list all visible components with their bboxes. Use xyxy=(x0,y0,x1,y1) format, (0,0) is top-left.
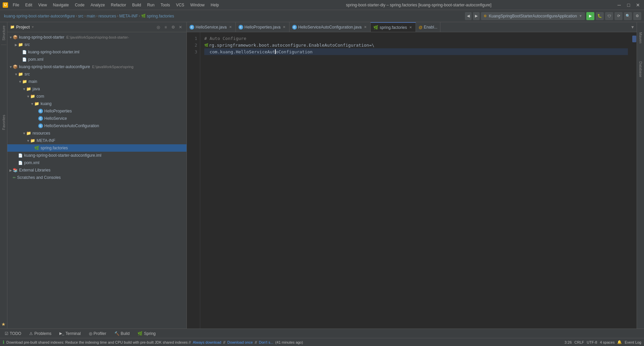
arrow-icon: ▼ xyxy=(14,72,18,76)
menu-analyze[interactable]: Analyze xyxy=(88,2,108,8)
database-tab[interactable]: Database xyxy=(638,59,643,79)
tree-item-kuang-root[interactable]: ▼ 📦 kuang-spring-boot-starter E:\javaWor… xyxy=(7,34,186,41)
breadcrumb-meta-inf[interactable]: META-INF xyxy=(119,14,138,18)
bottom-toolbar: ☑ TODO ⚠ Problems ▶_ Terminal ◎ Profiler… xyxy=(0,329,644,338)
dont-show-link[interactable]: Don't s... xyxy=(259,340,273,344)
encoding[interactable]: UTF-8 xyxy=(587,340,597,344)
menu-tools[interactable]: Tools xyxy=(158,2,173,8)
minimize-button[interactable]: ─ xyxy=(616,2,623,8)
iml-icon: 📄 xyxy=(18,153,23,158)
java-icon: C xyxy=(292,25,297,30)
tree-item-kuang-auto[interactable]: ▼ 📦 kuang-spring-boot-starter-autoconfig… xyxy=(7,63,186,70)
bottom-tab-problems[interactable]: ⚠ Problems xyxy=(27,331,53,337)
tree-item-hello-auto-class[interactable]: C HelloServiceAutoConfiguration xyxy=(7,122,186,130)
structure-tab[interactable]: Structure xyxy=(1,23,6,43)
breadcrumb-resources[interactable]: resources xyxy=(99,14,116,18)
bottom-tab-spring[interactable]: 🌿 Spring xyxy=(136,331,158,337)
status-bar: ℹ Download pre-built shared indexes: Red… xyxy=(0,338,644,346)
tree-item-kuang-pkg[interactable]: ▼ 📁 kuang xyxy=(7,100,186,107)
tree-item-resources[interactable]: ▼ 📁 resources xyxy=(7,130,186,137)
tree-item-iml1[interactable]: 📄 kuang-spring-boot-starter.iml xyxy=(7,48,186,56)
favorites-tab[interactable]: Favorites xyxy=(1,113,6,132)
bottom-tab-terminal[interactable]: ▶_ Terminal xyxy=(57,331,83,337)
download-once-link[interactable]: Download once xyxy=(227,340,253,344)
locate-file-button[interactable]: ◎ xyxy=(155,24,162,31)
bottom-tab-profiler[interactable]: ◎ Profiler xyxy=(87,331,108,337)
menu-navigate[interactable]: Navigate xyxy=(50,2,71,8)
settings-button[interactable]: ⚙ xyxy=(633,12,641,20)
search-everywhere-button[interactable]: 🔍 xyxy=(624,12,632,20)
tree-item-auto-iml[interactable]: 📄 kuang-spring-boot-starter-autoconfigur… xyxy=(7,152,186,159)
indent-setting[interactable]: 4 spaces xyxy=(600,340,614,344)
event-log-label[interactable]: Event Log xyxy=(625,340,641,344)
tree-sublabel: E:\javaWorkSpace\spring xyxy=(92,65,133,69)
breadcrumb-project[interactable]: kuang-spring-boot-starter-autoconfigure xyxy=(4,14,75,18)
tree-item-ext-libs[interactable]: ▶ 📚 External Libraries xyxy=(7,166,186,174)
star-icon[interactable]: ★ xyxy=(1,321,7,327)
menu-help[interactable]: Help xyxy=(208,2,222,8)
scroll-indicator[interactable] xyxy=(632,32,637,329)
menu-edit[interactable]: Edit xyxy=(22,2,35,8)
tree-item-hello-props[interactable]: C HelloProperties xyxy=(7,107,186,115)
tab-hello-auto[interactable]: C HelloServiceAutoConfiguration.java ✕ xyxy=(289,22,371,32)
status-message: Download pre-built shared indexes: Reduc… xyxy=(6,340,191,344)
always-download-link[interactable]: Always download xyxy=(193,340,221,344)
nav-forward-button[interactable]: ▶ xyxy=(473,12,480,20)
maximize-button[interactable]: □ xyxy=(625,2,632,8)
tree-item-pom1[interactable]: 📄 pom.xml xyxy=(7,56,186,63)
code-editor[interactable]: # Auto Configure 🌿rg.springframework.boo… xyxy=(200,32,632,329)
close-button[interactable]: ✕ xyxy=(635,2,641,8)
run-button[interactable]: ▶ xyxy=(586,12,594,20)
coverage-button[interactable]: 🛡 xyxy=(605,12,613,20)
menu-view[interactable]: View xyxy=(36,2,50,8)
tab-enable[interactable]: @ Enabl... xyxy=(416,22,440,32)
tree-item-java[interactable]: ▼ 📁 java xyxy=(7,85,186,93)
menu-vcs[interactable]: VCS xyxy=(173,2,187,8)
code-line-3: com.kuang.HelloServiceAutoConfiguration xyxy=(204,48,628,55)
bottom-tab-build[interactable]: 🔨 Build xyxy=(112,331,132,337)
tab-close-button[interactable]: ✕ xyxy=(408,25,413,30)
debug-button[interactable]: 🐛 xyxy=(596,12,604,20)
tree-item-spring-factories[interactable]: 🌿 spring.factories xyxy=(7,144,186,152)
tab-spring-factories[interactable]: 🌿 spring.factories ✕ xyxy=(371,22,416,32)
tab-overflow-button[interactable]: ▼ xyxy=(629,22,637,32)
tree-label: META-INF xyxy=(37,138,55,143)
collapse-button[interactable]: ≡ xyxy=(162,24,169,31)
run-config-selector[interactable]: ⚙ KuangSpringBootStarterAutoconfigureApp… xyxy=(481,12,585,20)
tab-close-button[interactable]: ✕ xyxy=(228,25,233,30)
settings-panel-button[interactable]: ⚙ xyxy=(170,24,176,31)
cursor-position[interactable]: 3:26 xyxy=(565,340,572,344)
close-panel-button[interactable]: ✕ xyxy=(177,24,184,31)
tree-item-src2[interactable]: ▼ 📁 src xyxy=(7,70,186,78)
panel-dropdown[interactable]: ▼ xyxy=(31,25,35,29)
menu-build[interactable]: Build xyxy=(129,2,144,8)
breadcrumb-main[interactable]: main xyxy=(87,14,95,18)
tree-item-pom2[interactable]: 📄 pom.xml xyxy=(7,159,186,166)
tree-item-meta-inf[interactable]: ▼ 📁 META-INF xyxy=(7,137,186,144)
tree-item-scratches[interactable]: ✏ Scratches and Consoles xyxy=(7,174,186,181)
nav-back-button[interactable]: ◀ xyxy=(465,12,472,20)
tree-item-src1[interactable]: ▶ 📁 src xyxy=(7,41,186,48)
tab-close-button[interactable]: ✕ xyxy=(363,25,368,30)
tab-hello-service[interactable]: C HelloService.java ✕ xyxy=(187,22,236,32)
maven-tab[interactable]: Maven xyxy=(638,30,643,45)
menu-code[interactable]: Code xyxy=(72,2,87,8)
tab-hello-props[interactable]: C HelloProperties.java ✕ xyxy=(236,22,289,32)
tree-item-com[interactable]: ▼ 📁 com xyxy=(7,93,186,100)
run-config-icon: ⚙ xyxy=(484,14,487,18)
tree-item-hello-service[interactable]: C HelloService xyxy=(7,115,186,122)
bottom-tab-todo[interactable]: ☑ TODO xyxy=(3,331,23,337)
nav-bar: kuang-spring-boot-starter-autoconfigure … xyxy=(0,10,644,22)
tab-close-button[interactable]: ✕ xyxy=(282,25,286,30)
breadcrumb-src[interactable]: src xyxy=(78,14,84,18)
menu-window[interactable]: Window xyxy=(187,2,207,8)
tree-item-main[interactable]: ▼ 📁 main xyxy=(7,78,186,85)
profiler-icon: ◎ xyxy=(89,331,92,336)
menu-run[interactable]: Run xyxy=(145,2,157,8)
menu-file[interactable]: File xyxy=(10,2,22,8)
breadcrumb-file[interactable]: spring.factories xyxy=(147,14,174,18)
reload-button[interactable]: ⟳ xyxy=(614,12,623,20)
line-ending[interactable]: CRLF xyxy=(575,340,584,344)
menu-refactor[interactable]: Refactor xyxy=(108,2,129,8)
todo-icon: ☑ xyxy=(5,331,8,336)
